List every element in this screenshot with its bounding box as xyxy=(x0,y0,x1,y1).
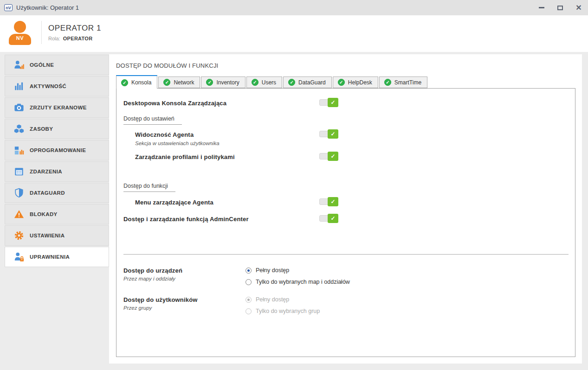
tab-helpdesk[interactable]: HelpDesk xyxy=(333,77,378,88)
user-stats-icon xyxy=(13,59,25,70)
check-circle-icon xyxy=(206,79,213,86)
check-circle-icon xyxy=(288,79,295,86)
tab-konsola[interactable]: Konsola xyxy=(116,75,157,89)
shield-icon xyxy=(13,187,25,198)
permission-row: Desktopowa Konsola Zarządzająca xyxy=(123,99,568,111)
tab-inventory[interactable]: Inventory xyxy=(201,77,245,88)
radio-users-full: Pełny dostęp xyxy=(246,296,320,303)
radio-users-selected-groups: Tylko do wybranych grup xyxy=(246,308,320,314)
check-circle-icon xyxy=(121,79,128,86)
permission-row: Dostęp i zarządzanie funkcją AdminCenter xyxy=(123,215,568,227)
sidebar-item-zdarzenia[interactable]: ZDARZENIA xyxy=(5,161,109,182)
toggle-agent-menu[interactable] xyxy=(319,197,338,206)
tab-network[interactable]: Network xyxy=(158,77,200,88)
sidebar-item-zrzuty-ekranowe[interactable]: ZRZUTY EKRANOWE xyxy=(5,97,109,118)
avatar: NV xyxy=(9,21,31,45)
user-header: NV OPERATOR 1 Rola: OPERATOR xyxy=(0,15,588,52)
sidebar-item-aktywnosc[interactable]: AKTYWNOŚĆ xyxy=(5,76,109,96)
permission-label: Menu zarządzające Agenta xyxy=(135,199,213,206)
sidebar-item-ustawienia[interactable]: USTAWIENIA xyxy=(5,225,109,246)
section-label-settings: Dostęp do ustawień xyxy=(123,115,182,125)
toggle-desktop-console[interactable] xyxy=(319,98,338,107)
events-calendar-icon xyxy=(13,166,25,177)
check-circle-icon xyxy=(163,79,170,86)
close-button[interactable] xyxy=(569,0,588,15)
permission-row: Zarządzanie profilami i politykami xyxy=(123,153,568,165)
header-divider xyxy=(41,21,42,44)
gear-icon xyxy=(13,230,25,241)
tab-dataguard[interactable]: DataGuard xyxy=(283,77,332,88)
warning-triangle-icon xyxy=(13,209,25,220)
radio-unselected-icon xyxy=(246,308,252,314)
sidebar-item-zasoby[interactable]: ZASOBY xyxy=(5,119,109,139)
role-value: OPERATOR xyxy=(63,36,93,41)
sidebar-item-ogolne[interactable]: OGÓLNE xyxy=(5,55,109,75)
tab-label: Network xyxy=(174,79,194,86)
app-logo-icon: nV xyxy=(4,4,13,11)
toggle-on-check-icon xyxy=(328,152,338,161)
radio-unselected-icon xyxy=(246,279,252,285)
avatar-initials: NV xyxy=(9,35,31,41)
radio-devices-full[interactable]: Pełny dostęp xyxy=(246,267,350,274)
window-controls xyxy=(532,0,588,15)
avatar-person-icon xyxy=(14,21,26,33)
page-title: DOSTĘP DO MODUŁÓW I FUNKCJI xyxy=(116,62,218,69)
permission-label: Dostęp i zarządzanie funkcją AdminCenter xyxy=(123,216,249,223)
minimize-button[interactable] xyxy=(532,0,551,15)
tab-bar: Konsola Network Inventory Users DataGuar… xyxy=(116,75,428,88)
tab-label: Inventory xyxy=(216,79,239,86)
camera-icon xyxy=(13,102,25,113)
sidebar-item-blokady[interactable]: BLOKADY xyxy=(5,204,109,224)
device-access-group: Dostęp do urządzeń Przez mapy i oddziały… xyxy=(123,267,568,281)
tab-label: DataGuard xyxy=(298,79,326,86)
access-group-subtitle: Przez grupy xyxy=(123,305,568,311)
permission-sublabel: Sekcja w ustawieniach użytkownika xyxy=(135,140,568,146)
window-title: Użytkownik: Operator 1 xyxy=(16,4,79,11)
permission-label: Zarządzanie profilami i politykami xyxy=(135,153,235,160)
maximize-button[interactable] xyxy=(551,0,569,15)
check-circle-icon xyxy=(384,79,391,86)
minimize-icon xyxy=(539,7,544,8)
toggle-on-check-icon xyxy=(328,98,338,107)
user-name: OPERATOR 1 xyxy=(48,24,101,33)
radio-selected-icon xyxy=(246,268,252,274)
toggle-admincenter[interactable] xyxy=(319,214,338,223)
resources-cubes-icon xyxy=(13,123,25,134)
close-icon xyxy=(575,4,582,12)
sidebar-item-uprawnienia[interactable]: UPRAWNIENIA xyxy=(5,247,109,267)
tab-label: Users xyxy=(262,79,276,86)
content-divider xyxy=(123,254,569,255)
toggle-on-check-icon xyxy=(328,129,338,139)
toggle-profiles-policies[interactable] xyxy=(319,152,338,161)
permission-label: Desktopowa Konsola Zarządzająca xyxy=(123,100,226,107)
software-icon xyxy=(13,145,25,156)
toggle-agent-visibility[interactable] xyxy=(319,129,338,139)
toggle-on-check-icon xyxy=(328,197,338,206)
check-circle-icon xyxy=(252,79,258,86)
radio-devices-selected-maps[interactable]: Tylko do wybranych map i oddziałów xyxy=(246,279,350,285)
permission-row: Widoczność Agenta Sekcja w ustawieniach … xyxy=(123,130,568,142)
tab-content: Desktopowa Konsola Zarządzająca Dostęp d… xyxy=(116,88,575,357)
permission-row: Menu zarządzające Agenta xyxy=(123,198,568,210)
maximize-icon xyxy=(557,6,563,10)
user-access-group: Dostęp do użytkowników Przez grupy Pełny… xyxy=(123,296,568,311)
access-group-title: Dostęp do użytkowników xyxy=(123,296,568,303)
tab-smarttime[interactable]: SmartTime xyxy=(379,77,427,88)
check-circle-icon xyxy=(338,79,345,86)
activity-chart-icon xyxy=(13,81,25,92)
sidebar-item-dataguard[interactable]: DATAGUARD xyxy=(5,183,109,203)
sidebar: OGÓLNE AKTYWNOŚĆ ZRZUTY EKRANOWE xyxy=(5,55,109,268)
toggle-on-check-icon xyxy=(328,214,338,223)
sidebar-item-oprogramowanie[interactable]: OPROGRAMOWANIE xyxy=(5,140,109,160)
role-label: Rola: xyxy=(48,36,60,41)
tab-users[interactable]: Users xyxy=(246,77,282,88)
tab-label: HelpDesk xyxy=(348,79,372,86)
tab-label: Konsola xyxy=(131,79,151,86)
user-lock-icon xyxy=(13,251,25,262)
radio-selected-icon xyxy=(246,297,252,303)
section-label-functions: Dostęp do funkcji xyxy=(123,183,175,192)
tab-label: SmartTime xyxy=(394,79,421,86)
titlebar: nV Użytkownik: Operator 1 xyxy=(0,0,588,15)
main-panel: DOSTĘP DO MODUŁÓW I FUNKCJI Konsola Netw… xyxy=(109,54,582,364)
permission-label: Widoczność Agenta xyxy=(135,131,194,138)
